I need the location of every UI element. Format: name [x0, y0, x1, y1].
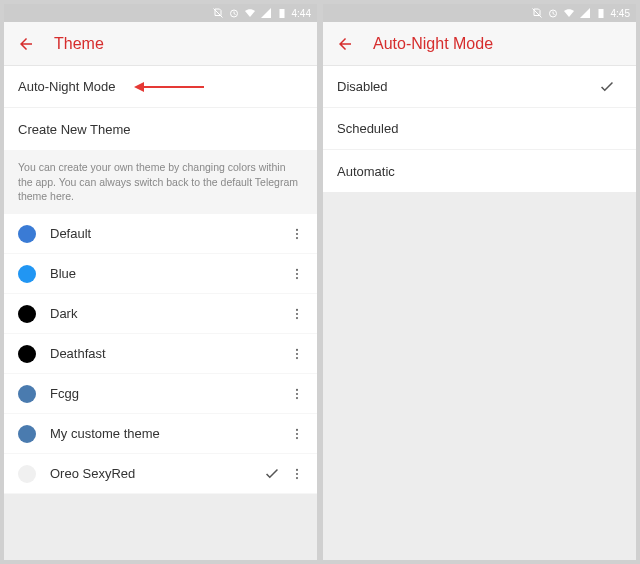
theme-name: Fcgg: [50, 386, 287, 401]
right-phone: 4:45 Auto-Night Mode DisabledScheduledAu…: [323, 4, 636, 560]
theme-row[interactable]: Dark: [4, 294, 317, 334]
nosim-icon: [212, 7, 224, 19]
option-row[interactable]: Automatic: [323, 150, 636, 192]
option-row[interactable]: Disabled: [323, 66, 636, 108]
check-icon: [598, 77, 618, 97]
wifi-icon: [563, 7, 575, 19]
alarm-icon: [547, 7, 559, 19]
back-button[interactable]: [16, 34, 36, 54]
theme-name: Oreo SexyRed: [50, 466, 263, 481]
arrow-annotation: [134, 80, 204, 94]
more-button[interactable]: [287, 224, 307, 244]
svg-point-23: [296, 473, 298, 475]
svg-point-15: [296, 357, 298, 359]
svg-point-8: [296, 273, 298, 275]
option-label: Automatic: [337, 164, 395, 179]
info-text: You can create your own theme by changin…: [4, 150, 317, 214]
status-bar: 4:45: [323, 4, 636, 22]
svg-point-24: [296, 477, 298, 479]
theme-row[interactable]: Default: [4, 214, 317, 254]
theme-name: Dark: [50, 306, 287, 321]
svg-marker-3: [134, 82, 144, 92]
more-button[interactable]: [287, 304, 307, 324]
more-button[interactable]: [287, 264, 307, 284]
page-title: Theme: [54, 35, 104, 53]
option-row[interactable]: Scheduled: [323, 108, 636, 150]
arrow-left-icon: [336, 35, 354, 53]
svg-point-16: [296, 388, 298, 390]
status-time: 4:45: [611, 8, 630, 19]
svg-rect-26: [598, 9, 603, 18]
signal-icon: [260, 7, 272, 19]
theme-name: My custome theme: [50, 426, 287, 441]
svg-point-17: [296, 393, 298, 395]
more-button[interactable]: [287, 344, 307, 364]
theme-row[interactable]: Blue: [4, 254, 317, 294]
theme-swatch: [18, 465, 36, 483]
settings-section: Auto-Night Mode Create New Theme: [4, 66, 317, 150]
auto-night-mode-row[interactable]: Auto-Night Mode: [4, 66, 317, 108]
option-label: Disabled: [337, 79, 388, 94]
svg-point-21: [296, 437, 298, 439]
theme-swatch: [18, 265, 36, 283]
svg-point-18: [296, 397, 298, 399]
svg-point-19: [296, 428, 298, 430]
theme-row[interactable]: Fcgg: [4, 374, 317, 414]
svg-point-13: [296, 348, 298, 350]
empty-area: [323, 192, 636, 560]
svg-rect-1: [279, 9, 284, 18]
toolbar: Theme: [4, 22, 317, 66]
row-label: Auto-Night Mode: [18, 79, 116, 94]
nosim-icon: [531, 7, 543, 19]
row-label: Create New Theme: [18, 122, 130, 137]
theme-name: Deathfast: [50, 346, 287, 361]
status-time: 4:44: [292, 8, 311, 19]
svg-point-22: [296, 468, 298, 470]
battery-icon: [276, 7, 288, 19]
svg-point-12: [296, 317, 298, 319]
theme-list: DefaultBlueDarkDeathfastFcggMy custome t…: [4, 214, 317, 494]
svg-point-6: [296, 237, 298, 239]
svg-point-5: [296, 233, 298, 235]
back-button[interactable]: [335, 34, 355, 54]
status-bar: 4:44: [4, 4, 317, 22]
more-button[interactable]: [287, 424, 307, 444]
more-button[interactable]: [287, 464, 307, 484]
wifi-icon: [244, 7, 256, 19]
svg-point-9: [296, 277, 298, 279]
more-button[interactable]: [287, 384, 307, 404]
toolbar: Auto-Night Mode: [323, 22, 636, 66]
check-icon: [263, 464, 283, 484]
svg-point-7: [296, 268, 298, 270]
signal-icon: [579, 7, 591, 19]
theme-row[interactable]: My custome theme: [4, 414, 317, 454]
theme-swatch: [18, 305, 36, 323]
alarm-icon: [228, 7, 240, 19]
svg-point-10: [296, 308, 298, 310]
theme-swatch: [18, 385, 36, 403]
arrow-left-icon: [17, 35, 35, 53]
option-list: DisabledScheduledAutomatic: [323, 66, 636, 192]
theme-swatch: [18, 225, 36, 243]
create-theme-row[interactable]: Create New Theme: [4, 108, 317, 150]
svg-point-4: [296, 228, 298, 230]
theme-name: Default: [50, 226, 287, 241]
svg-point-20: [296, 433, 298, 435]
theme-row[interactable]: Oreo SexyRed: [4, 454, 317, 494]
option-label: Scheduled: [337, 121, 398, 136]
empty-area: [4, 494, 317, 560]
theme-swatch: [18, 425, 36, 443]
theme-row[interactable]: Deathfast: [4, 334, 317, 374]
battery-icon: [595, 7, 607, 19]
svg-point-11: [296, 313, 298, 315]
theme-swatch: [18, 345, 36, 363]
left-phone: 4:44 Theme Auto-Night Mode Create New Th…: [4, 4, 317, 560]
svg-point-14: [296, 353, 298, 355]
theme-name: Blue: [50, 266, 287, 281]
page-title: Auto-Night Mode: [373, 35, 493, 53]
